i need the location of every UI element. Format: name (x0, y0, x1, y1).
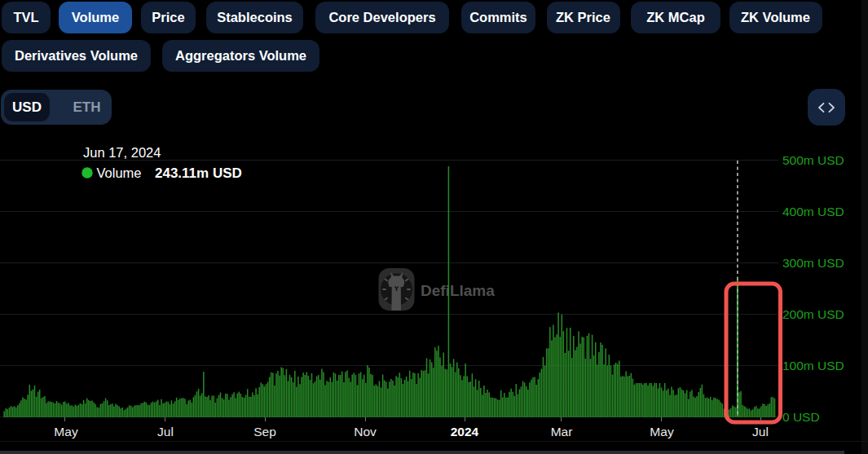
svg-text:500m USD: 500m USD (782, 153, 844, 167)
svg-text:Sep: Sep (253, 425, 276, 439)
svg-text:Jul: Jul (752, 425, 769, 439)
svg-text:Nov: Nov (354, 425, 377, 439)
svg-text:300m USD: 300m USD (782, 256, 844, 270)
svg-text:Mar: Mar (551, 425, 573, 439)
svg-text:Jul: Jul (157, 425, 174, 439)
svg-text:DefiLlama: DefiLlama (421, 282, 495, 299)
svg-text:200m USD: 200m USD (782, 307, 844, 321)
svg-text:0 USD: 0 USD (782, 410, 820, 424)
svg-text:Jun 17, 2024: Jun 17, 2024 (83, 145, 161, 160)
svg-text:Volume: Volume (97, 165, 142, 180)
svg-text:2024: 2024 (451, 425, 479, 439)
svg-text:May: May (54, 425, 78, 439)
svg-text:May: May (650, 425, 674, 439)
svg-text:243.11m USD: 243.11m USD (155, 165, 242, 181)
svg-text:100m USD: 100m USD (782, 359, 844, 372)
svg-text:400m USD: 400m USD (782, 205, 844, 218)
